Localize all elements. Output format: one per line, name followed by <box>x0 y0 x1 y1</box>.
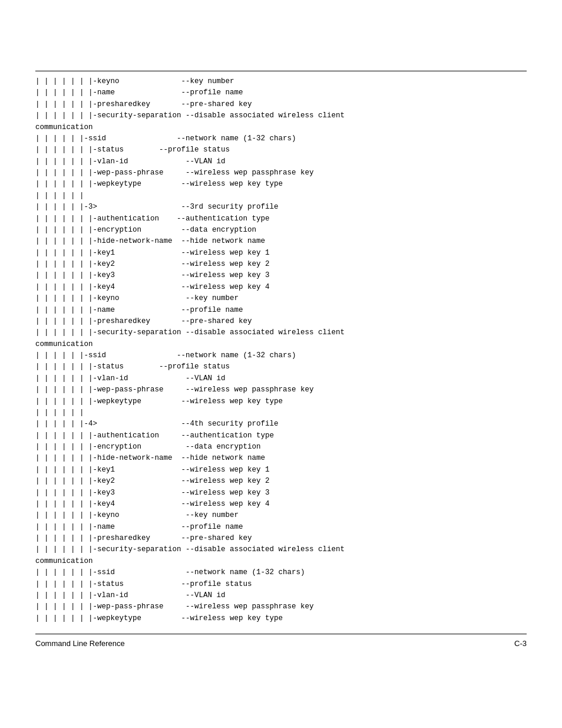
page-container: | | | | | | |-keyno --key number | | | |… <box>0 0 562 728</box>
code-block: | | | | | | |-keyno --key number | | | |… <box>35 76 527 624</box>
top-divider <box>35 71 527 71</box>
top-spacer <box>35 35 527 71</box>
bottom-spacer <box>35 648 527 695</box>
footer-left-label: Command Line Reference <box>35 639 125 648</box>
footer-right-label: C-3 <box>514 639 527 648</box>
footer: Command Line Reference C-3 <box>35 634 527 648</box>
